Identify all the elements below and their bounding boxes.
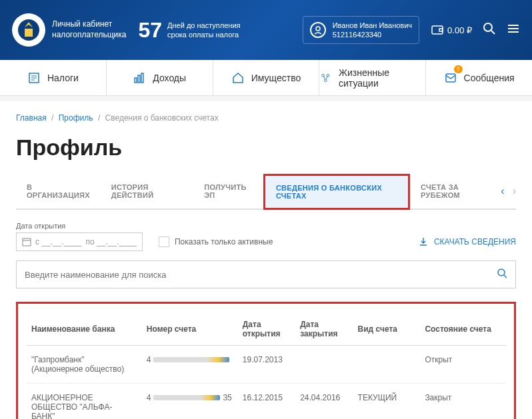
tabs: В ОРГАНИЗАЦИЯХ ИСТОРИЯ ДЕЙСТВИЙ ПОЛУЧИТЬ…: [16, 174, 516, 210]
income-icon: [133, 71, 146, 85]
nav-taxes[interactable]: Налоги: [0, 60, 107, 95]
checkbox-icon: [159, 236, 169, 247]
th-status: Состояние счета: [419, 313, 506, 346]
table-row: "Газпромбанк" (Акционерное общество) 4 1…: [26, 346, 506, 384]
search-icon: [497, 268, 507, 281]
user-block[interactable]: Иванов Иван Иванович 512116423340: [303, 16, 419, 45]
cell-closed: [295, 346, 352, 384]
download-link[interactable]: СКАЧАТЬ СВЕДЕНИЯ: [418, 236, 516, 247]
messages-badge: 7: [454, 65, 463, 73]
svg-point-24: [498, 269, 505, 276]
accounts-table-wrap: Наименование банка Номер счета Дата откр…: [16, 302, 516, 419]
svg-rect-15: [141, 73, 143, 83]
nav-messages[interactable]: 7 Сообщения: [426, 60, 532, 95]
filter-row: Дата открытия с __.__.____ по __.__.____…: [16, 222, 516, 251]
cell-bank: АКЦИОНЕРНОЕ ОБЩЕСТВО "АЛЬФА-БАНК": [26, 384, 141, 420]
logo-line2: налогоплательщика: [52, 30, 126, 41]
active-only-checkbox[interactable]: Показать только активные: [159, 236, 273, 247]
svg-line-19: [324, 76, 325, 79]
th-bank: Наименование банка: [26, 313, 141, 346]
search-button[interactable]: [483, 22, 496, 38]
logo-block: Личный кабинет налогоплательщика: [12, 13, 126, 47]
svg-rect-14: [138, 75, 140, 83]
lifesituations-icon: [319, 71, 332, 85]
breadcrumb: Главная / Профиль / Сведения о банковски…: [16, 113, 516, 123]
tab-history[interactable]: ИСТОРИЯ ДЕЙСТВИЙ: [101, 175, 193, 207]
date-range-input[interactable]: с __.__.____ по __.__.____: [16, 232, 143, 251]
cell-status: Закрыт: [419, 384, 506, 420]
table-body: "Газпромбанк" (Акционерное общество) 4 1…: [26, 346, 506, 420]
user-id: 512116423340: [333, 30, 412, 39]
cell-type: [353, 346, 420, 384]
cell-acct: 435: [141, 384, 237, 420]
table-row: АКЦИОНЕРНОЕ ОБЩЕСТВО "АЛЬФА-БАНК" 435 16…: [26, 384, 506, 420]
svg-rect-2: [432, 26, 443, 34]
wallet-icon: [431, 25, 443, 35]
search-icon: [483, 22, 496, 35]
balance-amount: 0.00 ₽: [447, 25, 472, 35]
search-box[interactable]: [16, 260, 516, 288]
svg-line-5: [491, 31, 495, 34]
days-label: Дней до наступления срока оплаты налога: [167, 21, 240, 40]
download-icon: [418, 236, 429, 247]
svg-point-18: [325, 79, 327, 81]
th-closed: Дата закрытия: [295, 313, 352, 346]
content: Главная / Профиль / Сведения о банковски…: [0, 101, 532, 419]
menu-button[interactable]: [507, 22, 520, 38]
cell-opened: 16.12.2015: [237, 384, 295, 420]
tab-organizations[interactable]: В ОРГАНИЗАЦИЯХ: [16, 175, 101, 207]
cell-status: Открыт: [419, 346, 506, 384]
logo-line1: Личный кабинет: [52, 19, 126, 30]
tab-next-icon[interactable]: ›: [513, 185, 516, 197]
svg-line-20: [327, 76, 328, 79]
th-type: Вид счета: [353, 313, 420, 346]
user-name: Иванов Иван Иванович: [333, 21, 412, 30]
tab-ep[interactable]: ПОЛУЧИТЬ ЭП: [193, 175, 263, 207]
th-acct: Номер счета: [141, 313, 237, 346]
svg-rect-3: [439, 29, 443, 31]
svg-rect-21: [446, 74, 455, 82]
breadcrumb-home[interactable]: Главная: [16, 113, 47, 123]
property-icon: [231, 71, 245, 85]
days-countdown: 57 Дней до наступления срока оплаты нало…: [138, 18, 240, 43]
user-info: Иванов Иван Иванович 512116423340: [333, 21, 412, 40]
balance-button[interactable]: 0.00 ₽: [431, 25, 472, 35]
cell-acct: 4: [141, 346, 237, 384]
fns-logo-icon: [12, 13, 45, 47]
calendar-icon: [22, 237, 31, 246]
nav-property[interactable]: Имущество: [213, 60, 320, 95]
navbar: Налоги Доходы Имущество Жизненные ситуац…: [0, 60, 532, 96]
accounts-table: Наименование банка Номер счета Дата откр…: [26, 313, 506, 419]
tab-prev-icon[interactable]: ‹: [501, 185, 504, 197]
breadcrumb-profile[interactable]: Профиль: [59, 113, 93, 123]
nav-income[interactable]: Доходы: [107, 60, 213, 95]
cell-type: ТЕКУЩИЙ: [353, 384, 420, 420]
svg-point-4: [484, 23, 492, 31]
cell-closed: 24.04.2016: [295, 384, 352, 420]
svg-rect-22: [23, 238, 31, 246]
header: Личный кабинет налогоплательщика 57 Дней…: [0, 0, 532, 60]
th-opened: Дата открытия: [237, 313, 295, 346]
cell-bank: "Газпромбанк" (Акционерное общество): [26, 346, 141, 384]
messages-icon: [444, 71, 457, 85]
menu-icon: [507, 22, 520, 35]
tab-arrows: ‹ ›: [501, 185, 516, 197]
cell-opened: 19.07.2013: [237, 346, 295, 384]
nav-lifesituations[interactable]: Жизненные ситуации: [319, 60, 426, 95]
svg-rect-13: [135, 78, 137, 83]
table-header-row: Наименование банка Номер счета Дата откр…: [26, 313, 506, 346]
date-filter: Дата открытия с __.__.____ по __.__.____: [16, 222, 143, 251]
breadcrumb-current: Сведения о банковских счетах: [105, 113, 219, 123]
user-icon: [310, 22, 326, 38]
logo-text: Личный кабинет налогоплательщика: [52, 19, 126, 40]
page-title: Профиль: [16, 135, 516, 161]
search-input[interactable]: [25, 268, 497, 281]
tab-foreign[interactable]: СЧЕТА ЗА РУБЕЖОМ: [410, 175, 501, 207]
tab-bank-accounts[interactable]: СВЕДЕНИЯ О БАНКОВСКИХ СЧЕТАХ: [263, 174, 410, 210]
days-number: 57: [138, 18, 162, 43]
svg-point-1: [316, 27, 320, 31]
taxes-icon: [27, 71, 41, 85]
date-label: Дата открытия: [16, 222, 143, 230]
svg-line-25: [504, 275, 507, 278]
